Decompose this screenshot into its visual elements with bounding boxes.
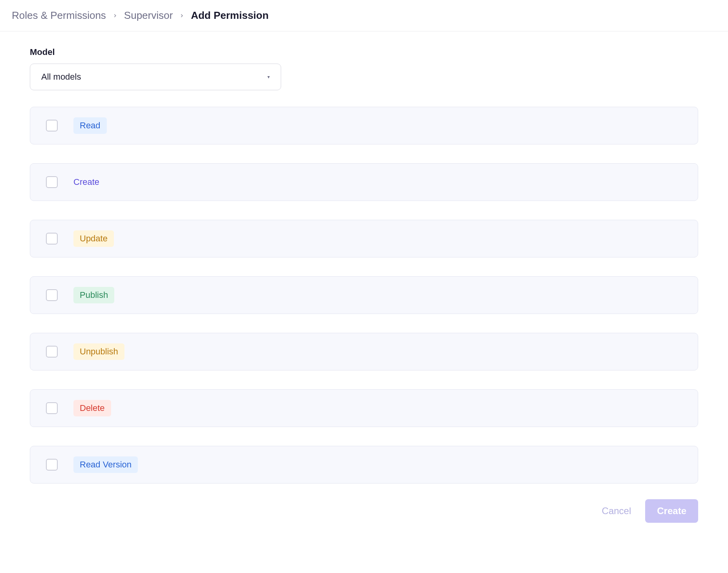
checkbox-create[interactable] (46, 176, 58, 188)
checkbox-read-version[interactable] (46, 459, 58, 471)
permission-row-read: Read (30, 107, 698, 144)
permission-badge-unpublish: Unpublish (73, 343, 124, 360)
chevron-right-icon (112, 13, 118, 18)
cancel-button[interactable]: Cancel (602, 505, 631, 516)
breadcrumb-add-permission: Add Permission (191, 9, 269, 22)
chevron-right-icon (179, 13, 185, 18)
checkbox-read[interactable] (46, 120, 58, 131)
permission-badge-publish: Publish (73, 287, 114, 303)
permission-row-unpublish: Unpublish (30, 333, 698, 370)
breadcrumb-supervisor[interactable]: Supervisor (124, 9, 173, 22)
checkbox-delete[interactable] (46, 402, 58, 414)
permission-badge-delete: Delete (73, 400, 111, 416)
permission-row-read-version: Read Version (30, 446, 698, 484)
permission-list: Read Create Update Publish Unpublish Del… (30, 107, 698, 484)
permission-row-publish: Publish (30, 276, 698, 314)
permission-badge-read: Read (73, 117, 107, 134)
checkbox-unpublish[interactable] (46, 346, 58, 358)
breadcrumb: Roles & Permissions Supervisor Add Permi… (12, 9, 716, 22)
form-actions: Cancel Create (30, 499, 698, 523)
checkbox-publish[interactable] (46, 289, 58, 301)
model-select-value: All models (41, 72, 81, 82)
breadcrumb-roles-permissions[interactable]: Roles & Permissions (12, 9, 106, 22)
permission-badge-read-version: Read Version (73, 456, 138, 473)
permission-badge-create: Create (73, 174, 99, 190)
model-select[interactable]: All models ▾ (30, 64, 281, 90)
permission-badge-update: Update (73, 230, 114, 247)
permission-row-delete: Delete (30, 389, 698, 427)
caret-down-icon: ▾ (267, 74, 270, 80)
model-label: Model (30, 47, 698, 57)
permission-row-update: Update (30, 220, 698, 257)
create-button[interactable]: Create (645, 499, 698, 523)
checkbox-update[interactable] (46, 233, 58, 245)
permission-row-create: Create (30, 163, 698, 201)
